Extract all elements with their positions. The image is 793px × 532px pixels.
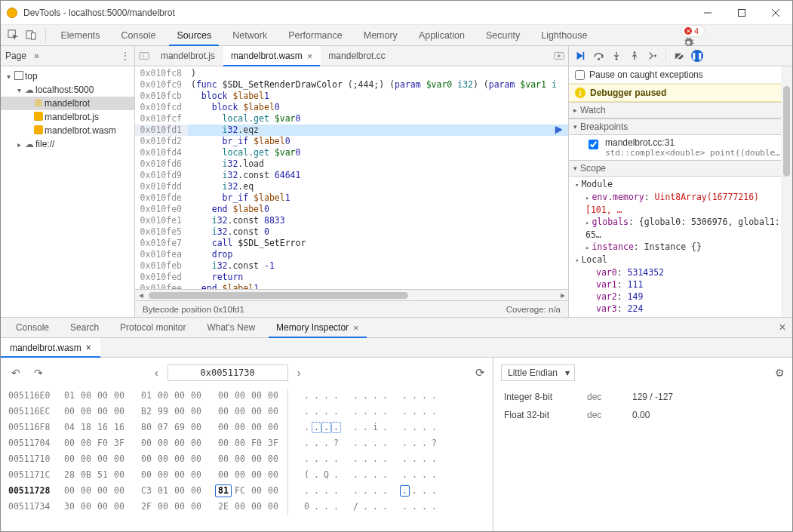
mi-toolbar: ↶ ↷ ‹ 0x00511730 › ⟳ — [1, 358, 493, 388]
navigator-more-icon[interactable]: » — [34, 51, 39, 61]
error-count-pill[interactable]: ✕ 4 — [681, 25, 705, 37]
hex-row[interactable]: 005116F8041816168007690000000000.... ..i… — [8, 420, 485, 435]
section-watch[interactable]: ▸Watch — [569, 102, 792, 118]
step-button[interactable] — [644, 48, 661, 64]
window-minimize-button[interactable] — [690, 1, 724, 25]
breakpoint-item[interactable]: mandelbrot.cc:31 std::complex<double> po… — [569, 135, 792, 160]
tree-item-mandelbrot-js[interactable]: mandelbrot.js — [1, 110, 134, 124]
editor-panel: mandelbrot.js mandelbrot.wasm × mandelbr… — [135, 46, 569, 317]
scope-local-var[interactable]: var4: 255 — [575, 315, 786, 317]
tree-file-proto[interactable]: ▸☁ file:// — [1, 137, 134, 151]
scope-local-var[interactable]: var3: 224 — [575, 303, 786, 315]
editor-run-snippet-icon[interactable] — [550, 46, 568, 66]
window-title: DevTools - localhost:5000/mandelbrot — [23, 8, 175, 18]
folder-icon — [34, 125, 43, 134]
file-tab-mandelbrot-wasm[interactable]: mandelbrot.wasm × — [223, 46, 321, 66]
debugger-panel: ❚❚ Pause on caught exceptions i Debugger… — [569, 46, 792, 317]
breakpoint-label: mandelbrot.cc:31 — [605, 137, 785, 148]
file-tree: ▾ top ▾☁ localhost:5000 🖹 mandelbrot man… — [1, 66, 134, 154]
code-body[interactable]: )(func $SDL_SetRenderDrawColor (;444;) (… — [188, 66, 568, 289]
endianness-select[interactable]: Little Endian — [501, 364, 575, 381]
hex-row[interactable]: 005116EC00000000B299000000000000.... ...… — [8, 404, 485, 420]
mi-refresh-icon[interactable]: ⟳ — [475, 366, 485, 380]
section-scope[interactable]: ▾Scope — [569, 160, 792, 177]
coverage-status: Coverage: n/a — [506, 305, 561, 314]
inspect-element-icon[interactable] — [4, 25, 22, 45]
hex-row[interactable]: 005116E0010000000100000000000000.... ...… — [8, 388, 485, 404]
mi-file-tab[interactable]: mandelbrot.wasm × — [1, 338, 100, 357]
hex-row[interactable]: 00511734300000002F0000002E0000000... /..… — [8, 499, 485, 515]
editor-status-bar: Bytecode position 0x10fd1 Coverage: n/a — [135, 300, 568, 317]
svg-point-8 — [616, 58, 618, 60]
step-into-button[interactable] — [608, 48, 625, 64]
mi-value-panel: Little Endian ⚙ Integer 8-bitdec129 / -1… — [493, 358, 792, 531]
mi-prev-page-icon[interactable]: ‹ — [152, 367, 161, 379]
step-out-button[interactable] — [626, 48, 643, 64]
tree-host[interactable]: ▾☁ localhost:5000 — [1, 83, 134, 97]
tab-lighthouse[interactable]: Lighthouse — [530, 25, 598, 45]
scope-instance[interactable]: ▸instance: Instance {} — [575, 241, 786, 254]
scope-body: ▾Module ▸env.memory: Uint8Array(16777216… — [569, 177, 792, 317]
hex-row[interactable]: 00511710000000000000000000000000.... ...… — [8, 451, 485, 467]
mi-settings-gear-icon[interactable]: ⚙ — [775, 367, 785, 379]
tab-sources[interactable]: Sources — [166, 25, 222, 45]
scope-local-var[interactable]: var2: 149 — [575, 291, 786, 303]
window-maximize-button[interactable] — [724, 1, 758, 25]
window-close-button[interactable] — [758, 1, 792, 25]
tab-application[interactable]: Application — [408, 25, 475, 45]
tab-network[interactable]: Network — [222, 25, 278, 45]
pause-on-caught-row[interactable]: Pause on caught exceptions — [569, 66, 792, 84]
drawer-tab-whats-new[interactable]: What's New — [196, 318, 266, 337]
navigator-page-label[interactable]: Page — [5, 51, 26, 61]
tab-memory[interactable]: Memory — [353, 25, 408, 45]
file-tab-mandelbrot-cc[interactable]: mandelbrot.cc — [321, 46, 393, 66]
deactivate-breakpoints-button[interactable] — [671, 48, 687, 64]
mi-address-input[interactable]: 0x00511730 — [168, 364, 288, 381]
navigator-menu-icon[interactable]: ⋮ — [121, 51, 130, 61]
breakpoint-checkbox[interactable] — [589, 140, 598, 149]
close-tab-icon[interactable]: × — [86, 343, 91, 353]
scope-local-var[interactable]: var0: 5314352 — [575, 266, 786, 278]
mi-hex-grid[interactable]: 005116E0010000000100000000000000.... ...… — [1, 388, 493, 515]
hex-row[interactable]: 005117040000F03F000000000000F03F...? ...… — [8, 435, 485, 451]
pause-on-caught-checkbox[interactable] — [575, 70, 585, 80]
mi-history-back-icon[interactable]: ↶ — [8, 367, 23, 379]
device-toolbar-icon[interactable] — [22, 25, 40, 45]
section-breakpoints[interactable]: ▾Breakpoints — [569, 118, 792, 135]
editor-hscrollbar[interactable]: ◂▸ — [135, 289, 568, 300]
file-tab-mandelbrot-js[interactable]: mandelbrot.js — [153, 46, 223, 66]
navigator-panel: Page » ⋮ ▾ top ▾☁ localhost:5000 🖹 mande… — [1, 46, 135, 317]
hex-row[interactable]: 0051172800000000C301000081FC0000.... ...… — [8, 483, 485, 499]
tree-top-frame[interactable]: ▾ top — [1, 69, 134, 83]
resume-button[interactable] — [572, 48, 589, 64]
tab-elements[interactable]: Elements — [50, 25, 110, 45]
drawer-tab-protocol-monitor[interactable]: Protocol monitor — [109, 318, 196, 337]
drawer-tab-search[interactable]: Search — [60, 318, 109, 337]
step-over-button[interactable] — [590, 48, 607, 64]
scope-local-var[interactable]: var1: 111 — [575, 278, 786, 291]
scope-globals[interactable]: ▸globals: {global0: 5306976, global1: 65… — [575, 216, 786, 241]
tab-performance[interactable]: Performance — [278, 25, 353, 45]
mi-next-page-icon[interactable]: › — [294, 367, 304, 379]
drawer-tab-console[interactable]: Console — [5, 318, 60, 337]
drawer-close-icon[interactable]: × — [773, 318, 792, 337]
drawer-tab-memory-inspector[interactable]: Memory Inspector × — [266, 318, 370, 337]
svg-rect-6 — [583, 52, 585, 60]
hex-row[interactable]: 0051171C280B51000000000000000000(.Q. ...… — [8, 467, 485, 483]
cloud-icon: ☁ — [23, 85, 35, 95]
drawer-tabs: Console Search Protocol monitor What's N… — [1, 318, 792, 338]
scope-env-memory[interactable]: ▸env.memory: Uint8Array(16777216) [101, … — [575, 191, 786, 216]
code-editor[interactable]: 0x010fc80x010fc90x010fcb0x010fcd0x010fcf… — [135, 66, 568, 289]
pause-on-exceptions-button[interactable]: ❚❚ — [689, 48, 705, 64]
window-titlebar: DevTools - localhost:5000/mandelbrot — [1, 1, 792, 25]
tab-console[interactable]: Console — [111, 25, 167, 45]
editor-nav-back-icon[interactable] — [135, 46, 153, 66]
tree-item-mandelbrot-wasm[interactable]: mandelbrot.wasm — [1, 124, 134, 137]
mi-history-fwd-icon[interactable]: ↷ — [31, 367, 46, 379]
debugger-scrollbar[interactable] — [781, 66, 792, 317]
close-tab-icon[interactable]: × — [307, 51, 313, 62]
tree-item-mandelbrot[interactable]: 🖹 mandelbrot — [1, 97, 134, 110]
svg-point-7 — [598, 57, 600, 60]
tab-security[interactable]: Security — [475, 25, 530, 45]
close-tab-icon[interactable]: × — [353, 322, 359, 334]
